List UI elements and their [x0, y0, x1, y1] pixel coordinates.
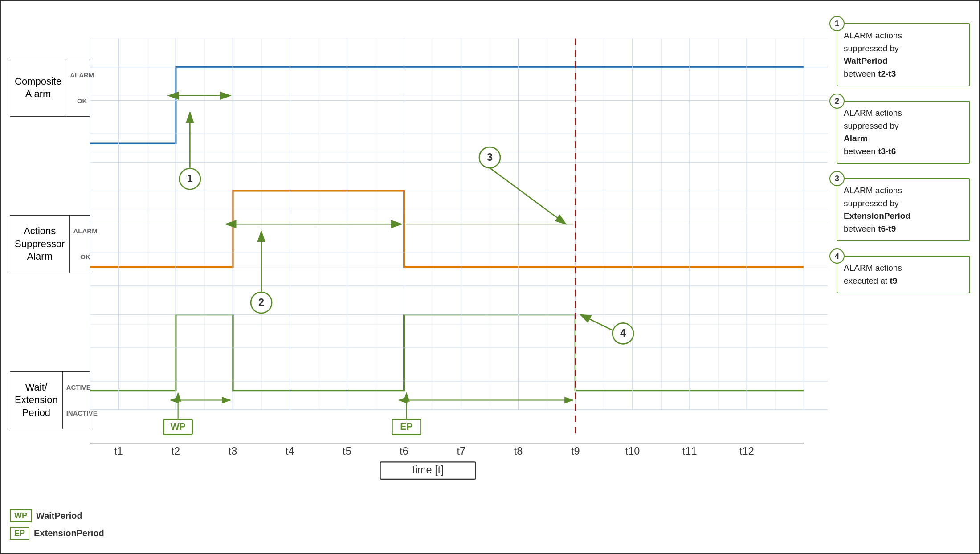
legend-key-wp: WP WaitPeriod [10, 509, 828, 522]
actions-suppressor-label: ActionsSuppressorAlarm ALARM OK [10, 215, 90, 273]
svg-text:t1: t1 [114, 445, 123, 457]
annotation-4-text: ALARM actionsexecuted at t9 [844, 262, 963, 287]
svg-text:t3: t3 [229, 445, 237, 457]
annotation-1-text: ALARM actionssuppressed byWaitPeriodbetw… [844, 29, 963, 80]
svg-text:t11: t11 [682, 445, 697, 457]
wait-extension-state-inactive: INACTIVE [66, 409, 90, 417]
svg-text:3: 3 [487, 151, 493, 163]
legend-key: WP WaitPeriod EP ExtensionPeriod [10, 509, 828, 544]
ep-description: ExtensionPeriod [34, 528, 104, 538]
chart-section: CompositeAlarm ALARM OK ActionsSuppresso… [10, 10, 828, 544]
wait-extension-title: Wait/ExtensionPeriod [10, 372, 63, 429]
main-container: CompositeAlarm ALARM OK ActionsSuppresso… [0, 0, 980, 554]
svg-text:t4: t4 [286, 445, 294, 457]
annotation-2-number: 2 [829, 94, 845, 109]
svg-text:t9: t9 [571, 445, 580, 457]
svg-text:t2: t2 [172, 445, 180, 457]
svg-text:t5: t5 [343, 445, 351, 457]
svg-text:2: 2 [258, 297, 264, 308]
ep-box: EP [10, 527, 29, 540]
svg-chart: 1 2 3 [90, 10, 828, 505]
annotation-3-text: ALARM actionssuppressed byExtensionPerio… [844, 184, 963, 235]
annotation-3-number: 3 [829, 171, 845, 186]
composite-alarm-title: CompositeAlarm [10, 59, 66, 116]
legend-key-ep: EP ExtensionPeriod [10, 527, 828, 540]
annotation-4: 4 ALARM actionsexecuted at t9 [837, 256, 970, 293]
wp-box: WP [10, 509, 32, 522]
svg-text:EP: EP [400, 421, 413, 432]
composite-alarm-label: CompositeAlarm ALARM OK [10, 59, 90, 117]
labels-column: CompositeAlarm ALARM OK ActionsSuppresso… [10, 10, 90, 505]
annotation-4-number: 4 [829, 248, 845, 264]
wait-extension-label: Wait/ExtensionPeriod ACTIVE INACTIVE [10, 371, 90, 429]
svg-text:t10: t10 [625, 445, 640, 457]
wp-description: WaitPeriod [36, 511, 82, 521]
chart-area: CompositeAlarm ALARM OK ActionsSuppresso… [10, 10, 828, 505]
annotation-3: 3 ALARM actionssuppressed byExtensionPer… [837, 178, 970, 241]
annotation-1-number: 1 [829, 16, 845, 31]
svg-text:t12: t12 [739, 445, 754, 457]
annotation-2: 2 ALARM actionssuppressed byAlarmbetween… [837, 101, 970, 164]
legend-section: 1 ALARM actionssuppressed byWaitPeriodbe… [828, 10, 970, 544]
svg-text:WP: WP [170, 421, 185, 432]
svg-text:4: 4 [620, 327, 626, 339]
svg-text:time [t]: time [t] [412, 464, 444, 476]
wait-extension-state-active: ACTIVE [66, 383, 90, 391]
annotation-1: 1 ALARM actionssuppressed byWaitPeriodbe… [837, 23, 970, 86]
annotation-2-text: ALARM actionssuppressed byAlarmbetween t… [844, 107, 963, 158]
wait-extension-states: ACTIVE INACTIVE [63, 372, 94, 429]
actions-suppressor-title: ActionsSuppressorAlarm [10, 216, 70, 273]
svg-text:t7: t7 [457, 445, 466, 457]
svg-text:t8: t8 [514, 445, 523, 457]
svg-text:t6: t6 [400, 445, 408, 457]
svg-text:1: 1 [187, 173, 193, 184]
